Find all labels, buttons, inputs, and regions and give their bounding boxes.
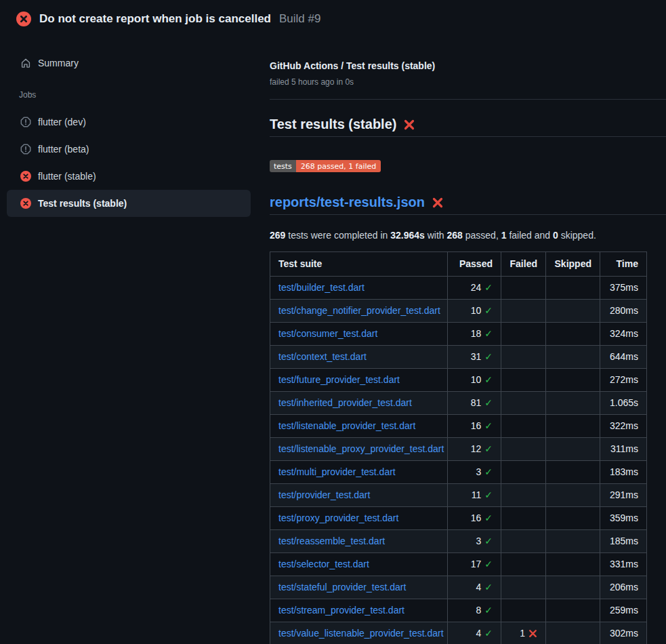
header-divider — [270, 99, 666, 100]
summary-line: 269 tests were completed in 32.964s with… — [270, 230, 666, 241]
sidebar-item-label: Test results (stable) — [38, 198, 127, 209]
suite-cell: test/reassemble_test.dart — [270, 529, 448, 552]
check-icon: ✓ — [484, 512, 493, 523]
test-suite-link[interactable]: test/future_provider_test.dart — [278, 374, 400, 385]
col-header-test-suite: Test suite — [270, 251, 448, 276]
sidebar-item-test-results-stable[interactable]: Test results (stable) — [7, 190, 251, 217]
failed-x-circle-icon — [16, 12, 31, 26]
suite-cell: test/stream_provider_test.dart — [270, 599, 448, 622]
test-suite-link[interactable]: test/reassemble_test.dart — [278, 536, 385, 546]
failed-x-circle-icon — [20, 171, 31, 182]
check-icon: ✓ — [484, 351, 493, 362]
value-cell — [546, 460, 600, 483]
check-icon: ✓ — [484, 397, 493, 408]
test-suite-link[interactable]: test/provider_test.dart — [278, 489, 370, 500]
sidebar-item-flutter-beta[interactable]: flutter (beta) — [7, 136, 251, 163]
time-cell: 185ms — [600, 529, 647, 552]
check-icon: ✓ — [484, 282, 493, 293]
suite-cell: test/proxy_provider_test.dart — [270, 506, 448, 529]
test-suite-link[interactable]: test/builder_test.dart — [278, 282, 365, 293]
test-suite-link[interactable]: test/stateful_provider_test.dart — [278, 582, 406, 592]
failed-cell — [501, 276, 546, 299]
value-cell — [546, 276, 600, 299]
sidebar-item-flutter-stable[interactable]: flutter (stable) — [7, 163, 251, 190]
col-header-skipped: Skipped — [546, 251, 600, 276]
check-icon: ✓ — [484, 489, 493, 500]
sidebar-item-summary[interactable]: Summary — [7, 49, 251, 77]
sidebar: Summary Jobs flutter (dev) flutter (beta… — [0, 38, 257, 217]
sidebar-item-label: flutter (dev) — [38, 117, 86, 127]
table-row: test/value_listenable_provider_test.dart… — [270, 622, 647, 644]
sidebar-item-label: flutter (stable) — [38, 171, 96, 182]
test-suite-link[interactable]: test/selector_test.dart — [278, 559, 369, 569]
test-suite-link[interactable]: test/value_listenable_provider_test.dart — [278, 628, 444, 639]
passed-cell: 31✓ — [448, 345, 501, 368]
test-suite-link[interactable]: test/multi_provider_test.dart — [278, 466, 396, 477]
value-cell — [546, 322, 600, 345]
value-cell — [546, 483, 600, 506]
test-suite-link[interactable]: test/proxy_provider_test.dart — [278, 512, 398, 523]
time-cell: 183ms — [600, 460, 647, 483]
passed-cell: 3✓ — [448, 529, 501, 552]
page-title: Do not create report when job is cancell… — [39, 12, 271, 26]
value-cell — [546, 622, 600, 644]
col-header-failed: Failed — [501, 251, 546, 276]
suite-cell: test/consumer_test.dart — [270, 322, 448, 345]
table-header-row: Test suite Passed Failed Skipped Time — [270, 251, 647, 276]
check-run-title: GitHub Actions / Test results (stable) — [270, 60, 666, 72]
check-run-header: GitHub Actions / Test results (stable) f… — [270, 38, 666, 87]
test-suite-link[interactable]: test/context_test.dart — [278, 351, 367, 362]
results-table-body: test/builder_test.dart24✓375mstest/chang… — [270, 276, 647, 644]
report-file-link[interactable]: reports/test-results.json — [270, 194, 425, 210]
failed-cell — [501, 391, 546, 414]
failed-cell — [501, 483, 546, 506]
table-row: test/inherited_provider_test.dart81✓1.06… — [270, 391, 647, 414]
table-row: test/stateful_provider_test.dart4✓206ms — [270, 576, 647, 599]
check-icon: ✓ — [484, 628, 493, 639]
failed-x-icon — [432, 196, 444, 208]
suite-cell: test/future_provider_test.dart — [270, 368, 448, 391]
time-cell: 280ms — [600, 299, 647, 322]
badge-value: 268 passed, 1 failed — [296, 160, 381, 172]
failed-cell — [501, 437, 546, 460]
section-heading: Test results (stable) — [270, 116, 666, 137]
check-icon: ✓ — [484, 582, 493, 592]
value-cell — [546, 437, 600, 460]
time-cell: 302ms — [600, 622, 647, 644]
cancelled-stop-icon — [20, 144, 31, 155]
value-cell — [546, 576, 600, 599]
table-row: test/change_notifier_provider_test.dart1… — [270, 299, 647, 322]
time-cell: 359ms — [600, 506, 647, 529]
test-suite-link[interactable]: test/consumer_test.dart — [278, 328, 377, 339]
failed-cell — [501, 322, 546, 345]
failed-cell — [501, 506, 546, 529]
suite-cell: test/context_test.dart — [270, 345, 448, 368]
check-icon: ✓ — [484, 605, 493, 616]
value-cell — [546, 552, 600, 576]
suite-cell: test/builder_test.dart — [270, 276, 448, 299]
test-suite-link[interactable]: test/inherited_provider_test.dart — [278, 397, 412, 408]
sidebar-item-flutter-dev[interactable]: flutter (dev) — [7, 108, 251, 136]
failed-cell — [501, 552, 546, 576]
check-icon: ✓ — [484, 420, 493, 431]
failed-x-circle-icon — [20, 198, 31, 209]
badge-label: tests — [270, 160, 296, 172]
sidebar-item-label: Summary — [38, 58, 79, 68]
test-suite-link[interactable]: test/listenable_provider_test.dart — [278, 420, 415, 431]
col-header-passed: Passed — [448, 251, 501, 276]
suite-cell: test/listenable_proxy_provider_test.dart — [270, 437, 448, 460]
test-suite-link[interactable]: test/stream_provider_test.dart — [278, 605, 404, 616]
failed-cell — [501, 599, 546, 622]
table-row: test/selector_test.dart17✓331ms — [270, 552, 647, 576]
value-cell — [546, 529, 600, 552]
failed-cell — [501, 299, 546, 322]
suite-cell: test/multi_provider_test.dart — [270, 460, 448, 483]
test-suite-link[interactable]: test/listenable_proxy_provider_test.dart — [278, 443, 444, 454]
home-icon — [20, 58, 31, 68]
table-row: test/future_provider_test.dart10✓272ms — [270, 368, 647, 391]
main-content: GitHub Actions / Test results (stable) f… — [257, 38, 666, 644]
test-suite-link[interactable]: test/change_notifier_provider_test.dart — [278, 305, 440, 316]
section-heading-text: Test results (stable) — [270, 116, 396, 132]
jobs-section-label: Jobs — [19, 90, 257, 100]
suite-cell: test/listenable_provider_test.dart — [270, 414, 448, 437]
